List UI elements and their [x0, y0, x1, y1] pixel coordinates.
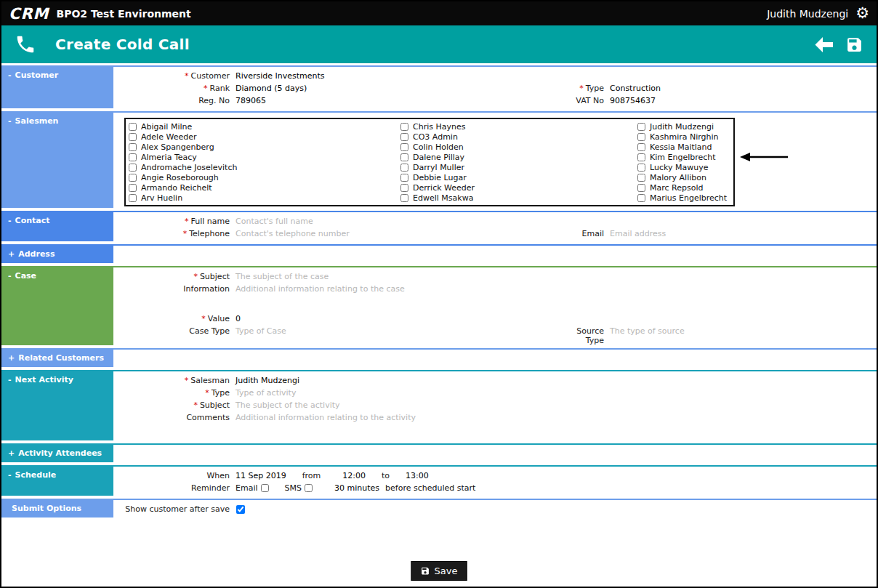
- salesman-option[interactable]: Marius Engelbrecht: [637, 193, 733, 203]
- salesman-option[interactable]: Arv Huelin: [128, 193, 400, 203]
- salesman-option[interactable]: Almeria Teacy: [128, 152, 400, 162]
- salesman-option[interactable]: Malory Allibon: [637, 172, 733, 182]
- salesman-checkbox[interactable]: [400, 123, 408, 131]
- salesman-checkbox[interactable]: [637, 174, 645, 182]
- vatno-value-field[interactable]: 908754637: [604, 96, 656, 105]
- rank-value-field[interactable]: Diamond (5 days): [230, 84, 560, 93]
- salesman-option[interactable]: Kashmira Nirghin: [637, 132, 733, 142]
- salesman-checkbox[interactable]: [129, 123, 137, 131]
- salesman-option[interactable]: Marc Repsold: [637, 182, 733, 193]
- section-header-schedule[interactable]: -Schedule: [1, 465, 113, 496]
- salesman-checkbox[interactable]: [129, 164, 137, 172]
- activity-type-input[interactable]: Type of activity: [230, 388, 296, 398]
- customer-value-field[interactable]: Riverside Investments: [230, 71, 325, 81]
- reminder-sms-option[interactable]: SMS: [279, 483, 313, 493]
- salesman-option[interactable]: Adele Weeder: [128, 132, 400, 142]
- salesman-checkbox[interactable]: [400, 143, 408, 151]
- salesman-checkbox[interactable]: [400, 164, 408, 172]
- salesman-checkbox[interactable]: [637, 153, 645, 161]
- salesman-checkbox[interactable]: [400, 194, 408, 202]
- back-button[interactable]: [814, 36, 834, 53]
- case-information-textarea[interactable]: Additional information relating to the c…: [230, 284, 405, 314]
- salesman-option[interactable]: Chris Haynes: [400, 121, 637, 132]
- salesman-option[interactable]: Lucky Mawuye: [637, 162, 733, 172]
- reminder-sms-checkbox[interactable]: [305, 484, 313, 492]
- salesman-option[interactable]: Kessia Maitland: [637, 142, 733, 152]
- current-user[interactable]: Judith Mudzengi: [767, 8, 848, 20]
- reminder-email-checkbox[interactable]: [261, 484, 269, 492]
- telephone-input[interactable]: Contact's telephone number: [230, 229, 560, 238]
- activity-salesman-field[interactable]: Judith Mudzengi: [230, 376, 299, 385]
- regno-value-field[interactable]: 789065: [230, 96, 560, 105]
- section-header-related-customers[interactable]: +Related Customers: [1, 348, 113, 367]
- salesman-checkbox[interactable]: [637, 194, 645, 202]
- settings-gear-icon[interactable]: ⚙: [855, 6, 869, 21]
- to-time-field[interactable]: 13:00: [400, 471, 429, 480]
- salesman-option[interactable]: CO3 Admin: [400, 132, 637, 142]
- salesman-checkbox[interactable]: [637, 143, 645, 151]
- salesman-checkbox[interactable]: [129, 184, 137, 192]
- salesman-option[interactable]: Angie Roseborough: [128, 172, 400, 182]
- section-salesmen: -Salesmen Abigail MilneAdele WeederAlex …: [1, 111, 877, 208]
- when-date-field[interactable]: 11 Sep 2019: [230, 471, 286, 480]
- section-header-next-activity[interactable]: -Next Activity: [1, 370, 113, 440]
- collapse-toggle-icon: -: [8, 216, 12, 225]
- salesman-option[interactable]: Edwell Msakwa: [400, 193, 637, 203]
- case-type-input[interactable]: Type of Case: [230, 326, 560, 336]
- reminder-minutes-field[interactable]: 30 minutes: [329, 483, 379, 493]
- activity-subject-input[interactable]: The subject of the activity: [230, 400, 340, 410]
- source-type-input[interactable]: The type of source: [604, 326, 685, 336]
- salesman-option[interactable]: Judith Mudzengi: [637, 121, 733, 132]
- salesman-option[interactable]: Kim Engelbrecht: [637, 152, 733, 162]
- salesman-option[interactable]: Debbie Lugar: [400, 172, 637, 182]
- salesman-name: Marius Engelbrecht: [650, 193, 727, 203]
- case-value-input[interactable]: 0: [230, 314, 241, 323]
- show-customer-row: Show customer after save: [113, 504, 877, 517]
- reminder-email-option[interactable]: Email: [230, 483, 269, 493]
- section-customer: -Customer *Customer Riverside Investment…: [1, 65, 877, 108]
- section-header-activity-attendees[interactable]: +Activity Attendees: [1, 443, 113, 462]
- salesman-checkbox[interactable]: [637, 133, 645, 141]
- environment-title: BPO2 Test Environment: [56, 8, 190, 20]
- salesman-option[interactable]: Abigail Milne: [128, 121, 400, 132]
- section-header-customer[interactable]: -Customer: [1, 65, 113, 108]
- salesman-checkbox[interactable]: [129, 133, 137, 141]
- salesman-checkbox[interactable]: [400, 153, 408, 161]
- salesman-option[interactable]: Alex Spangenberg: [128, 142, 400, 152]
- save-icon-button[interactable]: [845, 36, 863, 54]
- page-title: Create Cold Call: [55, 36, 190, 53]
- case-subject-input[interactable]: The subject of the case: [230, 272, 329, 281]
- salesman-option[interactable]: Armando Reichelt: [128, 182, 400, 193]
- show-customer-checkbox[interactable]: [236, 505, 245, 514]
- salesman-option[interactable]: Derrick Weeder: [400, 182, 637, 193]
- required-mark: *: [183, 229, 188, 238]
- from-time-field[interactable]: 12:00: [337, 471, 366, 480]
- salesman-name: Lucky Mawuye: [650, 163, 708, 172]
- salesman-checkbox[interactable]: [129, 143, 137, 151]
- section-header-salesmen[interactable]: -Salesmen: [1, 111, 113, 208]
- save-button[interactable]: Save: [411, 561, 467, 581]
- fullname-input[interactable]: Contact's full name: [230, 217, 313, 226]
- salesman-option[interactable]: Dalene Pillay: [400, 152, 637, 162]
- salesman-checkbox[interactable]: [129, 174, 137, 182]
- salesman-checkbox[interactable]: [637, 184, 645, 192]
- salesman-checkbox[interactable]: [400, 184, 408, 192]
- salesman-checkbox[interactable]: [637, 164, 645, 172]
- salesman-checkbox[interactable]: [400, 174, 408, 182]
- email-input[interactable]: Email address: [604, 229, 666, 238]
- salesman-option[interactable]: Darryl Muller: [400, 162, 637, 172]
- section-header-submit-options[interactable]: Submit Options: [1, 499, 113, 517]
- section-activity-attendees: +Activity Attendees: [1, 443, 877, 462]
- salesman-checkbox[interactable]: [637, 123, 645, 131]
- schedule-reminder-row: Reminder Email SMS 30 minutes before sch…: [113, 483, 877, 496]
- salesman-checkbox[interactable]: [129, 153, 137, 161]
- type-value-field[interactable]: Construction: [604, 84, 661, 93]
- section-header-contact[interactable]: -Contact: [1, 211, 113, 241]
- activity-comments-textarea[interactable]: Additional information relating to the a…: [230, 413, 416, 440]
- section-header-address[interactable]: +Address: [1, 244, 113, 263]
- salesman-checkbox[interactable]: [129, 194, 137, 202]
- section-header-case[interactable]: -Case: [1, 266, 113, 345]
- salesman-option[interactable]: Andromache Joselevitch: [128, 162, 400, 172]
- salesman-option[interactable]: Colin Holden: [400, 142, 637, 152]
- salesman-checkbox[interactable]: [400, 133, 408, 141]
